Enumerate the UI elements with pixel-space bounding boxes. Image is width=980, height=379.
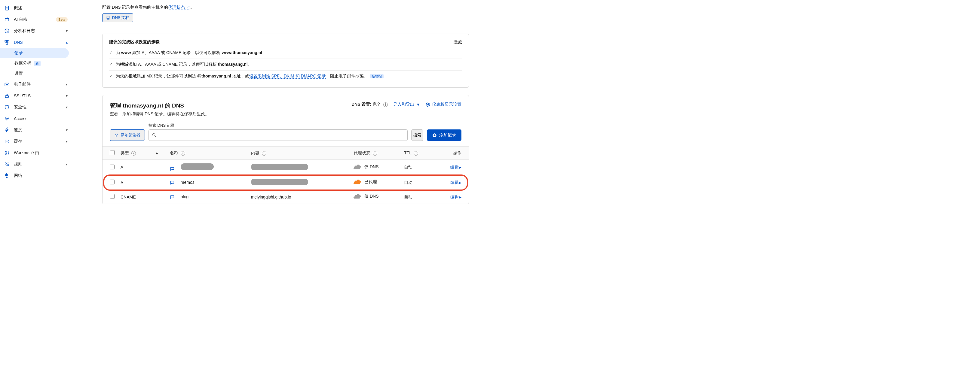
cell-name: blog: [167, 190, 248, 204]
sidebar-item-label: SSL/TLS: [14, 94, 62, 98]
shield-icon: [4, 105, 10, 110]
sidebar-item-speed[interactable]: 速度 ▾: [0, 124, 72, 136]
check-icon: ✓: [109, 74, 113, 78]
svg-rect-7: [5, 95, 9, 98]
row-checkbox[interactable]: [110, 194, 115, 199]
gear-icon: [426, 102, 430, 107]
add-filter-button[interactable]: 添加筛选器: [110, 129, 145, 141]
sidebar-item-label: 网络: [14, 173, 68, 178]
sidebar-item-label: 概述: [14, 5, 68, 11]
table-row: Amemos 已代理自动编辑 ▸: [102, 175, 469, 190]
sidebar-item-rules[interactable]: 规则 ▾: [0, 159, 72, 170]
sidebar-item-access[interactable]: Access: [0, 113, 72, 124]
sidebar-item-overview[interactable]: 概述: [0, 2, 72, 14]
ai-icon: [4, 17, 10, 22]
note-icon[interactable]: [170, 195, 175, 200]
search-input[interactable]: [159, 133, 404, 138]
cell-ttl: 自动: [401, 160, 434, 175]
edit-link[interactable]: 编辑 ▸: [450, 165, 461, 170]
info-icon[interactable]: i: [131, 151, 136, 155]
sidebar-item-label: 安全性: [14, 105, 62, 110]
dns-subtitle: 查看、添加和编辑 DNS 记录。编辑将在保存后生效。: [110, 111, 209, 117]
col-name[interactable]: 名称 i: [167, 147, 248, 160]
sidebar-sub-label: 记录: [14, 51, 23, 56]
row-checkbox[interactable]: [110, 179, 115, 184]
intro-section: 配置 DNS 记录并查看您的主机名的代理状态 ↗。 DNS 文档: [102, 0, 469, 25]
col-proxy[interactable]: 代理状态 i: [350, 147, 401, 160]
edit-link[interactable]: 编辑 ▸: [450, 194, 461, 200]
setup-step: ✓为 www 添加 A、AAAA 或 CNAME 记录，以便可以解析 www.t…: [109, 49, 462, 59]
cell-type: A: [118, 160, 167, 175]
button-label: 添加筛选器: [121, 132, 140, 138]
cell-proxy: 仅 DNS: [350, 160, 401, 175]
search-input-wrapper[interactable]: [148, 129, 407, 141]
chevron-down-icon: ▾: [66, 105, 68, 109]
sidebar-sub-analytics[interactable]: 数据分析 新: [0, 58, 72, 68]
dns-management-panel: 管理 thomasyang.nl 的 DNS 查看、添加和编辑 DNS 记录。编…: [102, 95, 469, 204]
book-icon: [106, 16, 110, 20]
intro-text: 配置 DNS 记录并查看您的主机名的代理状态 ↗。: [102, 5, 194, 10]
button-label: 添加记录: [439, 132, 456, 138]
sidebar-item-security[interactable]: 安全性 ▾: [0, 101, 72, 113]
email-icon: [4, 82, 10, 87]
dashboard-settings-link[interactable]: 仪表板显示设置: [426, 102, 461, 107]
dns-docs-button[interactable]: DNS 文档: [102, 13, 133, 22]
info-icon[interactable]: i: [373, 151, 377, 155]
row-checkbox[interactable]: [110, 165, 115, 170]
col-ttl[interactable]: TTL i: [401, 147, 434, 160]
sidebar-item-ai-review[interactable]: AI 审核 Beta: [0, 14, 72, 25]
col-type[interactable]: 类型 i▲: [118, 147, 167, 160]
filter-icon: [114, 133, 118, 137]
note-icon[interactable]: [170, 180, 175, 185]
import-export-link[interactable]: 导入和导出 ▼: [393, 102, 420, 107]
dns-icon: [4, 40, 10, 45]
sidebar: 概述 AI 审核 Beta 分析和日志 ▾ DNS ▴ 记录 数据分析 新 设置…: [0, 0, 72, 379]
cloud-icon: [353, 164, 361, 170]
sidebar-item-cache[interactable]: 缓存 ▾: [0, 136, 72, 147]
sidebar-sub-label: 数据分析: [14, 61, 31, 66]
select-all-checkbox[interactable]: [110, 150, 115, 155]
info-icon[interactable]: i: [262, 151, 266, 155]
search-button[interactable]: 搜索: [411, 129, 423, 141]
sidebar-item-workers[interactable]: Workers 路由: [0, 147, 72, 159]
proxy-status-link[interactable]: 代理状态 ↗: [168, 5, 190, 10]
info-icon[interactable]: i: [383, 102, 388, 107]
note-icon[interactable]: [170, 167, 175, 171]
dns-setting-status: DNS 设置: 完全 i: [352, 102, 388, 107]
cell-name: memos: [167, 175, 248, 190]
main-content: 配置 DNS 记录并查看您的主机名的代理状态 ↗。 DNS 文档 建议的完成区域…: [72, 0, 481, 379]
panel-title: 建议的完成区域设置的步骤: [109, 39, 160, 45]
info-icon[interactable]: i: [414, 151, 418, 155]
cell-proxy: 已代理: [350, 175, 401, 190]
svg-rect-5: [6, 43, 8, 44]
svg-rect-10: [5, 142, 9, 143]
hide-link[interactable]: 隐藏: [453, 39, 462, 45]
bolt-icon: [4, 127, 10, 133]
check-icon: ✓: [109, 62, 113, 67]
svg-rect-9: [5, 140, 9, 141]
search-icon: [152, 133, 157, 138]
sidebar-item-network[interactable]: 网络: [0, 170, 72, 181]
sidebar-item-label: DNS: [14, 40, 62, 45]
check-icon: ✓: [109, 50, 113, 55]
new-alert-badge: 新警报: [370, 74, 383, 78]
sidebar-item-ssl[interactable]: SSL/TLS ▾: [0, 90, 72, 101]
sidebar-item-analytics[interactable]: 分析和日志 ▾: [0, 25, 72, 36]
beta-badge: Beta: [56, 17, 68, 22]
sidebar-item-email[interactable]: 电子邮件 ▾: [0, 79, 72, 90]
col-content[interactable]: 内容 i: [248, 147, 350, 160]
cell-name: [167, 160, 248, 175]
workers-icon: [4, 150, 10, 155]
doc-icon: [4, 5, 10, 11]
chevron-down-icon: ▾: [66, 128, 68, 132]
dns-records-table: 类型 i▲ 名称 i 内容 i 代理状态 i TTL i 操作 A 仅 DNS自…: [102, 146, 469, 204]
lock-icon: [4, 93, 10, 98]
step-text: 为根域添加 A、AAAA 或 CNAME 记录，以便可以解析 thomasyan…: [116, 62, 252, 67]
sidebar-sub-records[interactable]: 记录: [0, 48, 69, 58]
sidebar-item-label: 缓存: [14, 139, 62, 144]
info-icon[interactable]: i: [181, 151, 185, 155]
add-record-button[interactable]: 添加记录: [427, 129, 461, 141]
edit-link[interactable]: 编辑 ▸: [450, 180, 461, 185]
sidebar-sub-settings[interactable]: 设置: [0, 68, 72, 79]
sidebar-item-dns[interactable]: DNS ▴: [0, 36, 72, 48]
